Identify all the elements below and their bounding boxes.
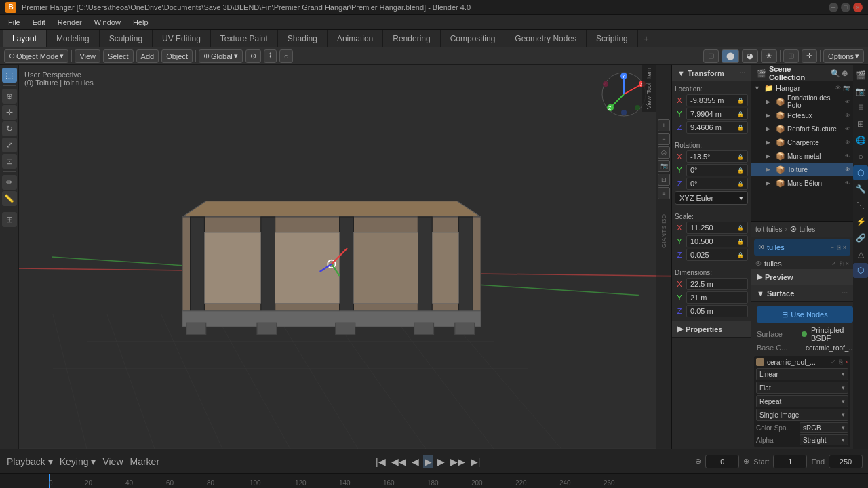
view-menu-btn[interactable]: View — [75, 49, 100, 63]
properties-panel-header[interactable]: ▶ Properties — [672, 321, 751, 338]
prop-icon-material[interactable]: ⬡ — [853, 263, 868, 278]
fondation-eye[interactable]: 👁 — [845, 99, 850, 105]
mat-x-btn[interactable]: × — [846, 260, 849, 267]
prop-icon-output[interactable]: 🖥 — [853, 100, 868, 115]
menu-file[interactable]: File — [3, 17, 26, 28]
dim-x-field[interactable]: 22.5 m — [686, 278, 748, 290]
poteaux-eye[interactable]: 👁 — [845, 113, 850, 119]
maximize-button[interactable]: □ — [841, 3, 850, 12]
tex-fake-btn[interactable]: ✓ — [831, 359, 836, 365]
preview-panel-header[interactable]: ▶ Preview — [751, 269, 853, 285]
mat-fake-btn[interactable]: ✓ — [831, 260, 837, 267]
scale-z-field[interactable]: 0.025 🔒 — [686, 249, 748, 261]
scale-y-field[interactable]: 10.500 🔒 — [686, 235, 748, 247]
scene-item-fondation[interactable]: ▶ 📦 Fondation des Poto 👁 — [751, 95, 853, 108]
murs-beton-eye[interactable]: 👁 — [845, 180, 850, 186]
tl-next-frame[interactable]: ▶ — [436, 455, 446, 468]
timeline-marker-dropdown[interactable]: Marker — [129, 455, 161, 468]
prop-icon-view[interactable]: ⊞ — [853, 117, 868, 131]
start-frame-field[interactable]: 1 — [773, 455, 807, 468]
use-nodes-btn[interactable]: ⊞ Use Nodes — [757, 306, 853, 323]
tool-rotate[interactable]: ↻ — [2, 121, 17, 136]
timeline-keying-dropdown[interactable]: Keying ▾ — [58, 455, 98, 468]
scene-search-btn[interactable]: 🔍 — [831, 69, 840, 78]
tl-jump-start[interactable]: |◀ — [374, 455, 387, 468]
vp-perspective[interactable]: ⊡ — [658, 174, 670, 186]
location-x-field[interactable]: -9.8355 m 🔒 — [686, 94, 748, 106]
tl-next-keyframe[interactable]: ▶▶ — [449, 455, 467, 468]
breadcrumb-toit-tuiles[interactable]: toit tuiles — [755, 226, 782, 233]
tool-move[interactable]: ✛ — [2, 105, 17, 120]
viewport-shading-rendered[interactable]: ☀ — [761, 49, 777, 63]
toiture-eye[interactable]: 👁 — [845, 167, 850, 173]
scene-item-murs-beton[interactable]: ▶ 📦 Murs Béton 👁 — [751, 176, 853, 190]
vp-zoom-in[interactable]: + — [658, 119, 670, 131]
gizmo-btn[interactable]: ✛ — [802, 49, 817, 63]
scene-item-renfort[interactable]: ▶ 📦 Renfort Stucture 👁 — [751, 122, 853, 136]
pivot-btn[interactable]: ⊙ — [245, 49, 261, 63]
current-frame-field[interactable]: 0 — [705, 455, 739, 468]
view-options-btn[interactable]: Options ▾ — [823, 49, 864, 63]
menu-edit[interactable]: Edit — [27, 17, 51, 28]
prop-icon-modifiers[interactable]: 🔧 — [853, 182, 868, 197]
item-tab[interactable]: Item — [643, 66, 655, 81]
charpente-eye[interactable]: 👁 — [845, 140, 850, 146]
orientation-dropdown[interactable]: ⊕ Global ▾ — [199, 49, 243, 63]
alpha-dropdown[interactable]: Straight - ▾ — [800, 434, 848, 445]
transform-panel-header[interactable]: ▼ Transform ⋯ — [672, 65, 751, 81]
flat-dropdown[interactable]: Flat ▾ — [756, 382, 848, 394]
dim-z-field[interactable]: 0.05 m — [686, 305, 748, 317]
tl-prev-keyframe[interactable]: ◀◀ — [390, 455, 408, 468]
prop-icon-scene[interactable]: 🎬 — [853, 68, 868, 83]
location-y-field[interactable]: 7.9904 m 🔒 — [686, 108, 748, 120]
add-menu-btn[interactable]: Add — [136, 49, 159, 63]
prop-icon-object[interactable]: ⬡ — [853, 165, 868, 180]
surface-options[interactable]: ⋯ — [842, 290, 848, 297]
hangar-eye[interactable]: 👁 — [835, 85, 841, 92]
tool-add[interactable]: ⊞ — [2, 212, 17, 227]
select-menu-btn[interactable]: Select — [103, 49, 134, 63]
timeline-playback-dropdown[interactable]: Playback ▾ — [5, 455, 54, 468]
snap-btn[interactable]: ⌇ — [264, 49, 277, 63]
linear-dropdown[interactable]: Linear ▾ — [756, 368, 848, 380]
tex-remove-btn[interactable]: × — [845, 359, 848, 365]
single-image-dropdown[interactable]: Single Image ▾ — [756, 409, 848, 421]
mat-link-btn[interactable]: ⎘ — [840, 260, 843, 267]
tab-rendering[interactable]: Rendering — [383, 30, 440, 47]
tl-play-pause[interactable]: ▶ — [423, 455, 433, 468]
prop-icon-scene2[interactable]: 🌐 — [853, 133, 868, 148]
tl-prev-frame[interactable]: ◀ — [410, 455, 420, 468]
tool-transform[interactable]: ⊡ — [2, 154, 17, 169]
tab-texture-paint[interactable]: Texture Paint — [211, 30, 278, 47]
rotation-mode-dropdown[interactable]: XYZ Euler ▾ — [675, 191, 748, 205]
location-z-field[interactable]: 9.4606 m 🔒 — [686, 121, 748, 134]
tab-uv-editing[interactable]: UV Editing — [153, 30, 211, 47]
prop-icon-world[interactable]: ○ — [853, 149, 868, 164]
surface-panel-header[interactable]: ▼ Surface ⋯ — [751, 285, 853, 302]
prop-icon-physics[interactable]: ⚡ — [853, 214, 868, 229]
breadcrumb-tuiles[interactable]: tuiles — [800, 226, 815, 233]
view-tab[interactable]: View — [643, 95, 655, 110]
tab-animation[interactable]: Animation — [328, 30, 383, 47]
tool-annotate[interactable]: ✏ — [2, 175, 17, 190]
prop-icon-constraints[interactable]: 🔗 — [853, 230, 868, 245]
repeat-dropdown[interactable]: Repeat ▾ — [756, 395, 848, 407]
rotation-z-field[interactable]: 0° 🔒 — [686, 178, 748, 190]
tex-copy-btn[interactable]: ⎘ — [839, 359, 842, 365]
close-button[interactable]: × — [853, 3, 863, 12]
scale-x-field[interactable]: 11.250 🔒 — [686, 222, 748, 234]
tab-scripting[interactable]: Scripting — [587, 30, 638, 47]
menu-help[interactable]: Help — [127, 17, 154, 28]
navigation-gizmo[interactable]: Y X Z — [600, 70, 648, 118]
vp-face-select[interactable]: ≡ — [658, 187, 670, 199]
material-minus-btn[interactable]: − — [830, 244, 833, 251]
tab-geometry-nodes[interactable]: Geometry Nodes — [505, 30, 587, 47]
object-mode-dropdown[interactable]: ⊙ Object Mode ▾ — [4, 49, 68, 63]
murs-metal-eye[interactable]: 👁 — [845, 153, 850, 159]
overlay-btn[interactable]: ⊞ — [783, 49, 799, 63]
transform-options[interactable]: ⋯ — [739, 70, 745, 77]
tool-select-box[interactable]: ⬚ — [2, 68, 17, 83]
tool-measure[interactable]: 📏 — [2, 191, 17, 206]
renfort-eye[interactable]: 👁 — [845, 126, 850, 132]
tab-modeling[interactable]: Modeling — [47, 30, 100, 47]
